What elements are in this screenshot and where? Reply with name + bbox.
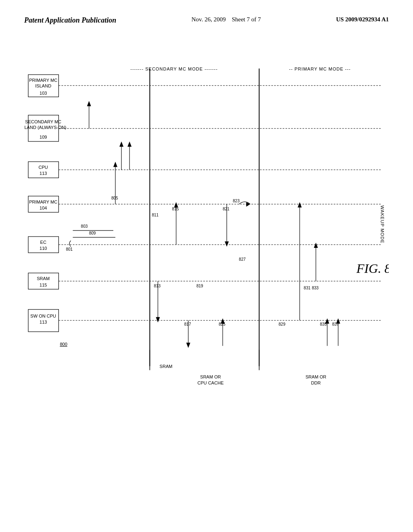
svg-marker-84 <box>325 318 329 324</box>
svg-marker-54 <box>156 317 160 322</box>
svg-text:823: 823 <box>233 199 240 203</box>
patent-number: US 2009/0292934 A1 <box>336 16 389 23</box>
svg-text:109: 109 <box>40 135 47 139</box>
svg-marker-48 <box>119 141 123 147</box>
svg-text:SRAM: SRAM <box>37 276 50 281</box>
svg-text:SRAM OR: SRAM OR <box>305 374 326 379</box>
publication-title: Patent Application Publication <box>24 16 116 25</box>
svg-text:829: 829 <box>279 322 286 326</box>
svg-text:ISLAND: ISLAND <box>35 83 51 88</box>
svg-text:FIG. 8: FIG. 8 <box>356 261 389 276</box>
svg-marker-60 <box>186 343 190 348</box>
svg-text:103: 103 <box>40 91 47 96</box>
header: Patent Application Publication Nov. 26, … <box>0 16 413 25</box>
svg-text:110: 110 <box>40 246 47 251</box>
svg-text:------- SECONDARY MC MODE ----: ------- SECONDARY MC MODE ------- <box>130 66 218 71</box>
svg-text:813: 813 <box>154 284 161 288</box>
svg-text:811: 811 <box>152 213 159 217</box>
svg-text:115: 115 <box>40 283 47 287</box>
svg-marker-76 <box>298 202 302 208</box>
svg-text:801: 801 <box>66 247 73 251</box>
svg-text:WAKEUP MODE: WAKEUP MODE <box>380 206 385 243</box>
svg-text:CPU: CPU <box>39 165 48 170</box>
svg-text:827: 827 <box>239 257 246 262</box>
svg-text:831: 831 <box>304 286 311 290</box>
svg-marker-71 <box>221 318 225 324</box>
svg-marker-86 <box>336 318 340 324</box>
svg-text:PRIMARY MC: PRIMARY MC <box>29 200 57 204</box>
svg-text:SECONDARY MC: SECONDARY MC <box>25 119 61 124</box>
svg-text:SRAM: SRAM <box>160 364 173 369</box>
svg-text:-- PRIMARY MC MODE ---: -- PRIMARY MC MODE --- <box>289 66 351 71</box>
svg-text:113: 113 <box>40 320 47 324</box>
diagram: PRIMARY MC ISLAND 103 SECONDARY MC ISLAN… <box>24 62 389 508</box>
svg-text:821: 821 <box>223 207 229 211</box>
svg-text:809: 809 <box>89 231 96 235</box>
svg-text:EC: EC <box>40 240 46 245</box>
page: Patent Application Publication Nov. 26, … <box>0 0 413 532</box>
svg-text:CPU CACHE: CPU CACHE <box>198 380 224 385</box>
svg-marker-80 <box>314 243 318 248</box>
svg-text:SRAM OR: SRAM OR <box>200 374 221 379</box>
svg-marker-50 <box>127 141 131 147</box>
svg-text:104: 104 <box>40 206 47 210</box>
svg-marker-42 <box>113 162 117 167</box>
svg-marker-57 <box>174 202 178 208</box>
svg-text:113: 113 <box>40 171 47 176</box>
svg-text:803: 803 <box>81 224 88 229</box>
svg-text:817: 817 <box>184 322 191 326</box>
svg-text:805: 805 <box>111 196 118 200</box>
svg-marker-66 <box>225 241 229 247</box>
svg-text:833: 833 <box>312 286 319 290</box>
svg-text:ISLAND (ALWAYS-ON): ISLAND (ALWAYS-ON) <box>24 125 66 130</box>
svg-text:DDR: DDR <box>311 380 321 385</box>
svg-text:SW ON CPU: SW ON CPU <box>30 314 56 318</box>
header-date-sheet: Nov. 26, 2009 Sheet 7 of 7 <box>192 16 261 23</box>
svg-marker-46 <box>87 101 91 106</box>
svg-text:800: 800 <box>60 342 67 347</box>
svg-text:PRIMARY MC: PRIMARY MC <box>29 78 57 83</box>
svg-text:819: 819 <box>196 284 203 288</box>
